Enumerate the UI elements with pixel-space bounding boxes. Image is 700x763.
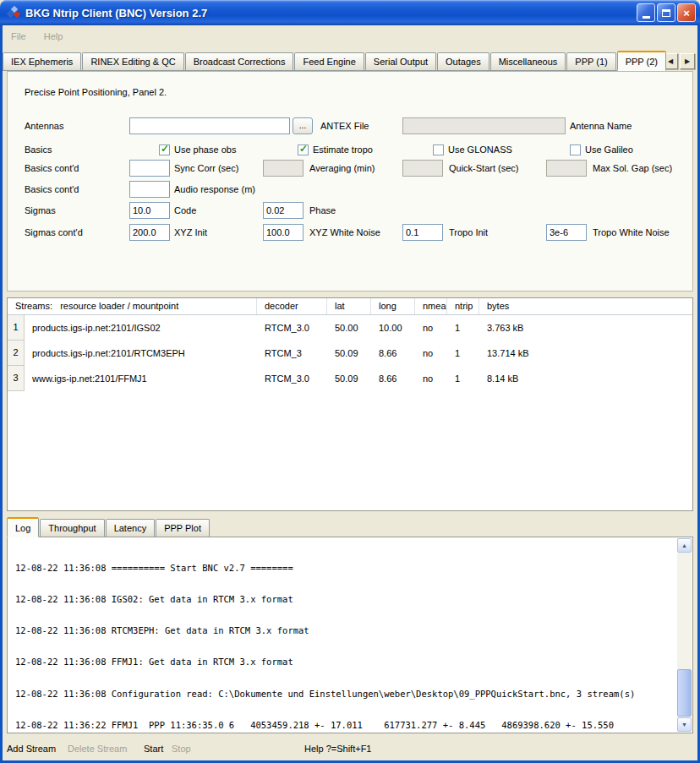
stream-decoder: RTCM_3 xyxy=(257,341,327,366)
log-line: 12-08-22 11:36:22 FFMJ1 PPP 11:36:35.0 6… xyxy=(15,720,677,730)
scroll-up-button[interactable]: ▲ xyxy=(677,538,692,553)
help-shortcut-text: Help ?=Shift+F1 xyxy=(304,744,372,754)
tab-log[interactable]: Log xyxy=(7,517,39,537)
tropo-white-noise-input[interactable] xyxy=(546,224,587,241)
add-stream-button[interactable]: Add Stream xyxy=(7,744,56,754)
tab-scroll-right-button[interactable]: ▶ xyxy=(680,53,695,69)
titlebar: BKG Ntrip Client (BNC) Version 2.7 × xyxy=(0,0,700,25)
tab-rinex-editing-qc[interactable]: RINEX Editing & QC xyxy=(82,52,183,70)
arrow-down-icon: ▼ xyxy=(681,722,687,728)
stream-row[interactable]: 1 products.igs-ip.net:2101/IGS02 RTCM_3.… xyxy=(8,315,692,341)
log-lines: 12-08-22 11:36:08 ========== Start BNC v… xyxy=(8,538,677,732)
header-nmea: nmea xyxy=(415,298,447,314)
tab-ppp-1[interactable]: PPP (1) xyxy=(566,52,615,70)
basics-label: Basics xyxy=(25,144,52,155)
sigma-phase-input[interactable] xyxy=(263,202,304,219)
minimize-button[interactable] xyxy=(637,3,655,22)
tab-throughput[interactable]: Throughput xyxy=(40,519,104,537)
stream-decoder: RTCM_3.0 xyxy=(257,315,327,341)
sigma-phase-label: Phase xyxy=(309,205,336,215)
header-decoder: decoder xyxy=(257,298,327,314)
close-icon: × xyxy=(683,7,690,19)
stream-row[interactable]: 3 www.igs-ip.net:2101/FFMJ1 RTCM_3.0 50.… xyxy=(8,366,692,391)
header-mountpoint: Streams: resource loader / mountpoint xyxy=(8,298,257,314)
tropo-white-noise-label: Tropo White Noise xyxy=(593,227,670,237)
stream-bytes: 3.763 kB xyxy=(479,315,692,341)
delete-stream-button: Delete Stream xyxy=(68,744,127,754)
estimate-tropo-checkbox[interactable] xyxy=(298,144,309,155)
menu-help[interactable]: Help xyxy=(42,30,65,42)
arrow-right-icon: ▶ xyxy=(685,57,690,65)
sigma-code-input[interactable] xyxy=(129,202,170,219)
tab-serial-output[interactable]: Serial Output xyxy=(365,52,436,70)
tab-feed-engine[interactable]: Feed Engine xyxy=(294,52,364,70)
use-glonass-checkbox[interactable] xyxy=(433,144,444,155)
stream-long: 8.66 xyxy=(371,366,415,391)
stream-bytes: 13.714 kB xyxy=(479,341,692,366)
window-frame: File Help IEX Ephemeris RINEX Editing & … xyxy=(0,25,700,763)
stream-lat: 50.09 xyxy=(327,366,371,391)
tab-scroll-buttons: ◀ ▶ xyxy=(663,53,695,69)
output-tab-bar: Log Throughput Latency PPP Plot xyxy=(7,516,211,537)
tab-miscellaneous[interactable]: Miscellaneous xyxy=(490,52,566,70)
scrollbar-thumb[interactable] xyxy=(677,669,692,717)
stream-ntrip: 1 xyxy=(447,315,479,341)
xyz-white-noise-label: XYZ White Noise xyxy=(309,227,380,237)
antenna-name-label: Antenna Name xyxy=(570,121,632,131)
stream-lat: 50.00 xyxy=(327,315,371,341)
stream-nmea: no xyxy=(415,315,447,341)
close-button[interactable]: × xyxy=(677,3,696,22)
menu-bar: File Help xyxy=(3,27,697,46)
quick-start-input xyxy=(402,160,443,177)
antennas-input[interactable] xyxy=(129,117,290,134)
log-viewer: 12-08-22 11:36:08 ========== Start BNC v… xyxy=(7,537,693,733)
antenna-name-input xyxy=(402,117,566,134)
menu-file[interactable]: File xyxy=(9,30,28,42)
tropo-init-input[interactable] xyxy=(402,224,443,241)
stream-long: 10.00 xyxy=(371,315,415,341)
averaging-input xyxy=(263,160,304,177)
tab-ppp-2[interactable]: PPP (2) xyxy=(617,51,666,71)
footer-bar: Add Stream Delete Stream Start Stop Help… xyxy=(3,737,697,760)
stream-mountpoint: www.igs-ip.net:2101/FFMJ1 xyxy=(25,366,257,391)
stream-nmea: no xyxy=(415,366,447,391)
main-tab-bar: IEX Ephemeris RINEX Editing & QC Broadca… xyxy=(3,51,660,71)
minimize-icon xyxy=(643,16,650,19)
antex-browse-button[interactable]: ... xyxy=(293,117,313,134)
log-line: 12-08-22 11:36:08 FFMJ1: Get data in RTC… xyxy=(15,657,677,667)
stream-long: 8.66 xyxy=(371,341,415,366)
bnc-app-icon xyxy=(6,6,21,19)
basics-contd-label: Basics cont'd xyxy=(25,163,79,173)
tab-rinex-ephemeris[interactable]: IEX Ephemeris xyxy=(3,52,81,70)
xyz-init-input[interactable] xyxy=(129,224,170,241)
stream-lat: 50.09 xyxy=(327,341,371,366)
use-galileo-checkbox[interactable] xyxy=(570,144,581,155)
antex-file-label: ANTEX File xyxy=(320,121,369,131)
maximize-button[interactable] xyxy=(657,3,675,22)
tab-broadcast-corrections[interactable]: Broadcast Corrections xyxy=(185,52,294,70)
averaging-label: Averaging (min) xyxy=(309,163,375,173)
use-glonass-label: Use GLONASS xyxy=(448,144,512,155)
tab-ppp-plot[interactable]: PPP Plot xyxy=(156,519,210,537)
stop-button: Stop xyxy=(172,744,191,754)
use-phase-obs-checkbox[interactable] xyxy=(159,144,170,155)
scroll-down-button[interactable]: ▼ xyxy=(677,717,692,732)
tab-outages[interactable]: Outages xyxy=(437,52,489,70)
log-scrollbar[interactable]: ▲ ▼ xyxy=(677,538,692,732)
sync-corr-input[interactable] xyxy=(129,160,170,177)
xyz-init-label: XYZ Init xyxy=(174,227,207,237)
audio-response-input[interactable] xyxy=(129,181,170,198)
stream-ntrip: 1 xyxy=(447,341,479,366)
xyz-white-noise-input[interactable] xyxy=(263,224,304,241)
header-bytes: bytes xyxy=(479,298,692,314)
header-long: long xyxy=(371,298,415,314)
stream-mountpoint: products.igs-ip.net:2101/RTCM3EPH xyxy=(25,341,257,366)
stream-ntrip: 1 xyxy=(447,366,479,391)
panel-caption: Precise Point Positioning, Panel 2. xyxy=(25,87,167,97)
tab-latency[interactable]: Latency xyxy=(106,519,156,537)
start-button[interactable]: Start xyxy=(144,744,163,754)
row-number: 3 xyxy=(8,366,25,391)
use-phase-obs-label: Use phase obs xyxy=(174,144,236,155)
stream-row[interactable]: 2 products.igs-ip.net:2101/RTCM3EPH RTCM… xyxy=(8,341,692,366)
row-number: 2 xyxy=(8,341,25,366)
